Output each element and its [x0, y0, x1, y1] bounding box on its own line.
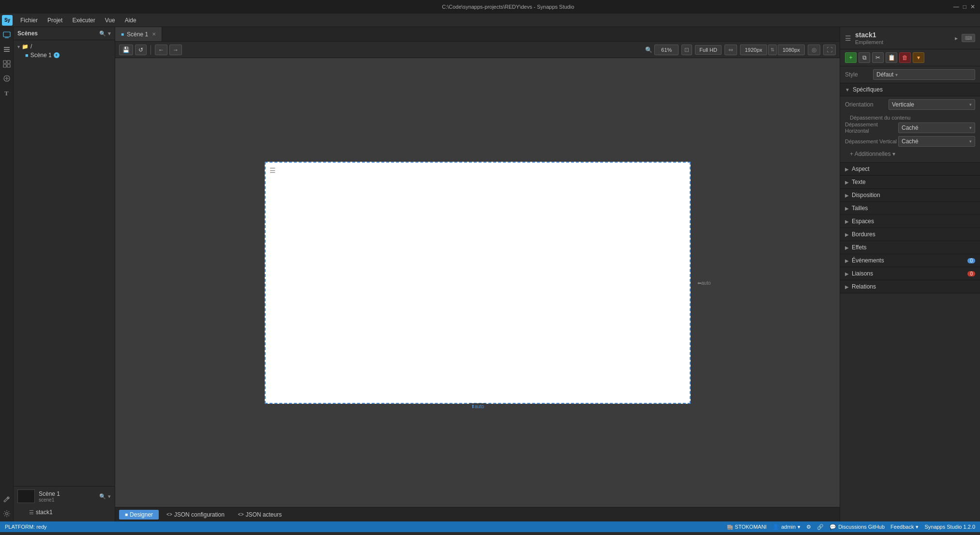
additionnelles-button[interactable]: + Additionnelles ▾: [845, 149, 975, 159]
mode-button[interactable]: Full HD: [695, 45, 722, 55]
orientation-select[interactable]: Verticale ▾: [889, 99, 975, 110]
forward-button[interactable]: →: [169, 45, 182, 55]
panel-menu-icon[interactable]: ▾: [108, 31, 111, 37]
sidebar-text-icon[interactable]: T: [2, 88, 12, 98]
link-icon: 🔗: [817, 524, 824, 530]
menu-projet[interactable]: Projet: [43, 15, 67, 26]
scene-chevron-icon[interactable]: ▾: [108, 493, 111, 500]
bottom-tab-designer[interactable]: ■ Designer: [119, 510, 159, 520]
style-select[interactable]: Défaut ▾: [873, 69, 975, 80]
tailles-section-header[interactable]: ▶ Tailles: [840, 202, 980, 215]
canvas-viewport[interactable]: ☰ ⬆auto ⬅auto: [115, 58, 840, 507]
specifiques-header[interactable]: ▼ Spécifiques: [840, 83, 980, 96]
panel-key-button[interactable]: ⌨: [962, 34, 975, 42]
width-input[interactable]: [740, 45, 767, 55]
zoom-input[interactable]: [654, 45, 678, 55]
menu-executer[interactable]: Exécuter: [67, 15, 100, 26]
status-link[interactable]: 🔗: [817, 524, 824, 530]
connect-button[interactable]: ⇔: [724, 45, 737, 55]
sidebar-plugins-icon[interactable]: [2, 74, 12, 83]
status-feedback[interactable]: Feedback ▾: [890, 524, 919, 530]
svg-rect-4: [4, 51, 10, 52]
file-tree: ▾ 📁 / ■ Scène 1 +: [14, 40, 115, 486]
delete-widget-button[interactable]: 🗑: [899, 52, 911, 63]
bordures-section-header[interactable]: ▶ Bordures: [840, 228, 980, 241]
espaces-section-header[interactable]: ▶ Espaces: [840, 215, 980, 228]
sidebar-tools-icon[interactable]: [2, 494, 12, 504]
close-button[interactable]: ✕: [970, 3, 975, 10]
maximize-button[interactable]: □: [963, 3, 966, 10]
discussions-label: Discussions GitHub: [838, 524, 885, 530]
paste-widget-button[interactable]: 📋: [886, 52, 897, 63]
menu-bar: Sy Fichier Projet Exécuter Vue Aide: [0, 14, 980, 27]
disposition-title: Disposition: [852, 192, 880, 199]
stack-list: ☰ stack1: [17, 506, 111, 519]
dimension-swap-icon[interactable]: ⇅: [768, 45, 777, 55]
height-input[interactable]: [778, 45, 805, 55]
sidebar-layers-icon[interactable]: [2, 45, 12, 54]
minimize-button[interactable]: —: [953, 3, 959, 10]
style-row: Style Défaut ▾: [840, 66, 980, 83]
status-admin[interactable]: 👤 admin ▾: [772, 524, 800, 530]
bottom-tab-json-config[interactable]: <> JSON configuration: [161, 510, 230, 520]
debordement-horizontal-select[interactable]: Caché ▾: [898, 122, 975, 133]
canvas-menu-icon[interactable]: ☰: [270, 167, 276, 174]
espaces-chevron: ▶: [845, 219, 849, 224]
canvas-tab-scene1[interactable]: ■ Scène 1 ✕: [115, 27, 162, 41]
stack-label: stack1: [36, 509, 53, 516]
back-button[interactable]: ←: [155, 45, 167, 55]
tree-root-item[interactable]: ▾ 📁 /: [14, 42, 115, 51]
search-icon[interactable]: 🔍: [99, 31, 106, 37]
bottom-tab-json-actors[interactable]: <> JSON acteurs: [232, 510, 287, 520]
scene-preview-section: Scène 1 scene1 🔍 ▾ ☰ stack1: [14, 486, 115, 521]
debordement-vertical-select[interactable]: Caché ▾: [898, 136, 975, 147]
more-widget-button[interactable]: ▾: [913, 52, 924, 63]
stack-item-stack1[interactable]: ☰ stack1: [17, 508, 111, 517]
liaisons-section-header[interactable]: ▶ Liaisons 0: [840, 267, 980, 280]
menu-vue[interactable]: Vue: [100, 15, 120, 26]
sidebar-components-icon[interactable]: [2, 59, 12, 69]
sidebar-settings-icon[interactable]: [2, 509, 12, 519]
panel-expand-button[interactable]: ▸: [953, 34, 960, 43]
resize-handle-bottom[interactable]: ⬆auto: [469, 403, 486, 410]
admin-user-icon: 👤: [772, 524, 779, 530]
tab-scene-icon: ■: [121, 31, 124, 37]
status-logo: 🏬 STOKOMANI: [727, 524, 767, 530]
status-discussions[interactable]: 💬 Discussions GitHub: [829, 524, 885, 530]
tree-scene1-item[interactable]: ■ Scène 1 +: [14, 51, 115, 60]
tab-label: Scène 1: [127, 31, 148, 38]
relations-section-header[interactable]: ▶ Relations: [840, 280, 980, 293]
svg-rect-2: [4, 47, 10, 48]
svg-point-12: [5, 513, 8, 515]
scene-search-icon[interactable]: 🔍: [99, 493, 106, 500]
effets-chevron: ▶: [845, 245, 849, 250]
tab-close-button[interactable]: ✕: [152, 31, 156, 37]
mask-button[interactable]: ◎: [808, 45, 820, 55]
cut-widget-button[interactable]: ✂: [872, 52, 884, 63]
evenements-section-header[interactable]: ▶ Événements 0: [840, 254, 980, 267]
undo-button[interactable]: ↺: [135, 45, 147, 55]
scene-preview-controls: 🔍 ▾: [99, 493, 111, 500]
texte-header-left: ▶ Texte: [845, 179, 866, 185]
menu-aide[interactable]: Aide: [120, 15, 141, 26]
stack-icon: ☰: [29, 509, 34, 516]
style-label: Style: [845, 71, 869, 78]
resize-handle-right[interactable]: ⬅auto: [697, 280, 710, 285]
scene-preview-title: Scène 1: [39, 490, 60, 497]
add-widget-button[interactable]: +: [845, 52, 857, 63]
sidebar-scenes-icon[interactable]: [2, 30, 12, 40]
menu-fichier[interactable]: Fichier: [15, 15, 43, 26]
save-button[interactable]: 💾: [119, 45, 133, 55]
scene-preview-info: Scène 1 scene1: [17, 489, 60, 503]
status-settings[interactable]: ⚙: [806, 524, 811, 530]
effets-section-header[interactable]: ▶ Effets: [840, 241, 980, 254]
fullscreen-button[interactable]: ⛶: [823, 45, 836, 55]
tailles-title: Tailles: [852, 205, 868, 212]
aspect-section-header[interactable]: ▶ Aspect: [840, 163, 980, 176]
liaisons-badge: 0: [967, 271, 975, 276]
texte-section-header[interactable]: ▶ Texte: [840, 176, 980, 189]
disposition-section-header[interactable]: ▶ Disposition: [840, 189, 980, 202]
fit-icon-button[interactable]: ⊡: [681, 45, 692, 55]
copy-widget-button[interactable]: ⧉: [859, 52, 870, 63]
title-bar-controls: — □ ✕: [953, 3, 975, 10]
